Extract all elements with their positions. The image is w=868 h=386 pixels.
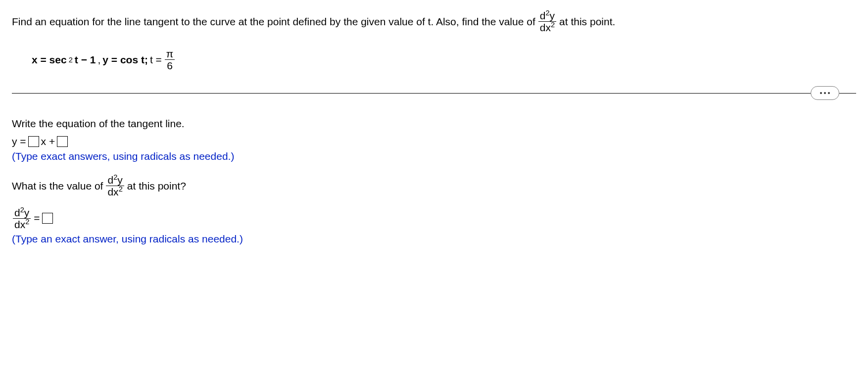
pi-over-six: π 6 [165, 48, 175, 71]
divider-line [12, 93, 856, 94]
tangent-equation-line: y = x + [12, 136, 856, 147]
slope-input[interactable] [28, 136, 39, 147]
q1-hint: (Type exact answers, using radicals as n… [12, 150, 856, 162]
problem-text-before: Find an equation for the line tangent to… [12, 13, 535, 30]
second-derivative-fraction-inline: d2y dx2 [106, 174, 124, 197]
problem-statement: Find an equation for the line tangent to… [12, 10, 856, 33]
x-plus-label: x + [41, 136, 55, 147]
q2-prompt: What is the value of d2y dx2 at this poi… [12, 174, 856, 197]
intercept-input[interactable] [57, 136, 68, 147]
problem-text-after: at this point. [559, 13, 615, 30]
second-derivative-answer-line: d2y dx2 = [12, 207, 856, 230]
second-derivative-fraction: d2y dx2 [538, 10, 556, 33]
second-derivative-input[interactable] [42, 213, 53, 224]
given-equations: x = sec2 t − 1 , y = cos t; t = π 6 [32, 48, 856, 71]
dot-icon [820, 92, 822, 94]
question-tangent-line: Write the equation of the tangent line. … [12, 118, 856, 162]
q2-hint: (Type an exact answer, using radicals as… [12, 233, 856, 245]
q1-prompt: Write the equation of the tangent line. [12, 118, 856, 130]
section-divider [12, 86, 856, 100]
dot-icon [824, 92, 826, 94]
y-equals-label: y = [12, 136, 26, 147]
equals-label: = [34, 212, 40, 224]
dot-icon [828, 92, 830, 94]
second-derivative-fraction-lhs: d2y dx2 [13, 207, 31, 230]
question-second-derivative: What is the value of d2y dx2 at this poi… [12, 174, 856, 244]
more-button[interactable] [811, 86, 839, 100]
